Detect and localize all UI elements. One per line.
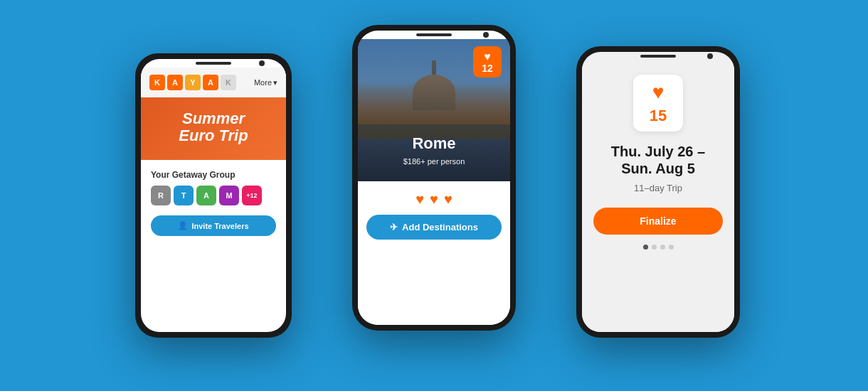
right-heart-badge: ♥ 15 [633,75,683,132]
avatar-t: T [174,186,194,205]
left-hero: Summer Euro Trip [141,97,286,160]
center-bottom: ♥ ♥ ♥ ✈ Add Destinations [358,181,510,325]
dot-3 [660,245,665,250]
phone-center-camera [358,31,510,39]
hero-title: Summer Euro Trip [151,110,276,144]
chevron-down-icon: ▾ [273,78,277,87]
hero-title-line2: Euro Trip [151,127,276,144]
avatar-m: M [219,186,239,205]
heart-count: 12 [482,63,493,73]
dot-2 [652,245,657,250]
phone-center-screen: ♥ 12 Rome $186+ per person ♥ ♥ ♥ ✈ Add D… [358,31,510,325]
more-label: More [254,78,272,87]
date-line1: Thu. July 26 – [611,143,705,160]
invite-travelers-button[interactable]: 👤 Invite Travelers [151,215,276,236]
phones-container: K A Y A K More ▾ Summer Euro Trip Your [114,11,754,380]
add-destinations-label: Add Destinations [402,222,478,232]
phone-left: K A Y A K More ▾ Summer Euro Trip Your [135,53,292,338]
phone-left-screen: K A Y A K More ▾ Summer Euro Trip Your [141,59,286,332]
finalize-button[interactable]: Finalize [593,208,723,235]
avatars-row: R T A M +12 [151,186,276,205]
right-heart-count: 15 [650,107,667,125]
trip-duration: 11–day Trip [634,183,682,193]
trip-dates: Thu. July 26 – Sun. Aug 5 [611,143,705,177]
logo-k2: K [221,75,236,90]
more-button[interactable]: More ▾ [254,78,277,87]
center-speaker [416,33,452,36]
camera-dot [259,60,265,66]
dots-row [643,245,674,250]
kayak-logo: K A Y A K [149,75,236,90]
avatar-a: A [196,186,216,205]
phone-left-camera [141,59,286,68]
heart-sm-2: ♥ [430,191,438,208]
hero-title-line1: Summer [151,110,276,127]
logo-a2: A [203,75,218,90]
person-icon: 👤 [178,221,188,230]
heart-badge: ♥ 12 [473,46,502,77]
avatar-r: R [151,186,171,205]
right-camera-dot [707,53,713,59]
dot-1 [643,245,648,250]
logo-y: Y [185,75,201,90]
city-price: $186+ per person [358,157,510,166]
logo-k1: K [149,75,165,90]
date-line2: Sun. Aug 5 [611,160,705,177]
getaway-label: Your Getaway Group [151,170,276,180]
phone-right-screen: ♥ 15 Thu. July 26 – Sun. Aug 5 11–day Tr… [582,52,734,332]
heart-icon: ♥ [484,51,491,63]
avatar-plus: +12 [242,186,262,205]
add-destinations-button[interactable]: ✈ Add Destinations [366,215,502,240]
right-speaker [640,55,676,58]
phone-center: ♥ 12 Rome $186+ per person ♥ ♥ ♥ ✈ Add D… [352,25,516,331]
phone-right-camera [582,52,734,60]
speaker [196,62,231,65]
phone-right: ♥ 15 Thu. July 26 – Sun. Aug 5 11–day Tr… [576,46,740,338]
hearts-row: ♥ ♥ ♥ [416,191,452,208]
plane-icon: ✈ [390,222,398,232]
heart-sm-3: ♥ [444,191,452,208]
left-body: Your Getaway Group R T A M +12 👤 Invite … [141,160,286,246]
dot-4 [669,245,674,250]
invite-label: Invite Travelers [191,222,248,230]
left-header: K A Y A K More ▾ [141,68,286,97]
heart-sm-1: ♥ [416,191,424,208]
logo-a1: A [167,75,183,90]
right-heart-icon: ♥ [652,81,665,104]
center-image-area: ♥ 12 Rome $186+ per person [358,39,510,181]
center-camera-dot [483,32,489,38]
city-name: Rome [358,134,510,153]
right-body: ♥ 15 Thu. July 26 – Sun. Aug 5 11–day Tr… [582,60,734,332]
